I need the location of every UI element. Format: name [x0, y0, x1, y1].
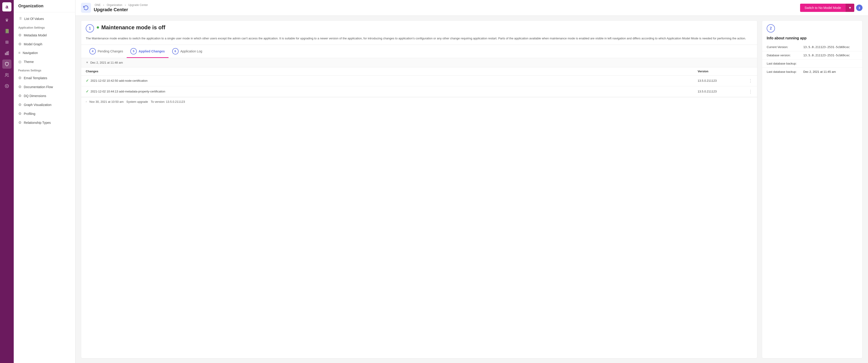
- svg-rect-2: [8, 52, 8, 55]
- changes-section: ▼ Dec 2, 2021 at 11:48 am Changes Versio…: [81, 58, 757, 106]
- sidebar-item-model-graph[interactable]: ⚙ Model Graph: [14, 39, 75, 49]
- section-label-app-settings: Application Settings: [14, 23, 75, 31]
- sidebar-item-label: Model Graph: [24, 43, 42, 46]
- maintenance-panel-header: 1 Maintenance mode is off: [81, 21, 757, 36]
- sidebar-item-label: DQ Dimensions: [24, 94, 46, 98]
- info-label: Database version:: [767, 54, 803, 57]
- col-header-version: Version: [698, 69, 743, 73]
- version-cell-2: 13.5.0.211123: [698, 90, 743, 93]
- app-logo[interactable]: a: [2, 2, 11, 11]
- icon-bar: a ♛ 📗 ⊞: [0, 0, 14, 363]
- maintenance-title-text: Maintenance mode is off: [101, 24, 165, 31]
- chart-icon[interactable]: [2, 49, 11, 58]
- grid-icon[interactable]: ⊞: [2, 37, 11, 47]
- sidebar-item-label: List Of Values: [24, 17, 44, 21]
- system-upgrade-row[interactable]: › Nov 30, 2021 at 10:50 am System upgrad…: [81, 97, 757, 106]
- check-icon: ✓: [86, 79, 89, 83]
- plus-circle-icon[interactable]: [2, 82, 11, 91]
- page-title: Upgrade Center: [94, 7, 149, 12]
- tab-label: Application Log: [180, 50, 203, 53]
- system-date: Nov 30, 2021 at 10:50 am: [89, 100, 124, 104]
- maintenance-description: The Maintenance mode enables to switch t…: [81, 36, 757, 45]
- theme-icon: ◎: [18, 59, 22, 64]
- gear-icon: ⚙: [18, 120, 22, 125]
- sidebar-item-dq-dimensions[interactable]: ⚙ DQ Dimensions: [14, 91, 75, 100]
- gear-icon: ⚙: [18, 103, 22, 107]
- tab-5-badge: 5: [130, 48, 137, 54]
- sidebar-item-label: Relationship Types: [24, 121, 51, 124]
- sidebar-item-profiling[interactable]: ⚙ Profiling: [14, 109, 75, 118]
- info-value: 13.5.0.211123-2531-5cb69cec: [803, 54, 850, 57]
- info-panel-title: Info about running app: [762, 32, 862, 43]
- table-row: ✓ 2021-12-02 10:42:50 add-node-certifica…: [81, 76, 757, 86]
- book-icon[interactable]: 📗: [2, 27, 11, 36]
- system-label: System upgrade: [126, 100, 148, 104]
- gear-icon: ⚙: [18, 76, 22, 80]
- status-dot: [97, 26, 99, 29]
- info-value: Dec 2, 2021 at 11:45 am: [803, 70, 836, 74]
- sidebar-item-label: Documentation Flow: [24, 85, 53, 89]
- chevron-right-icon: ›: [86, 100, 87, 103]
- sidebar-item-metadata-model[interactable]: ⚙ Metadata Model: [14, 31, 75, 39]
- breadcrumb-one[interactable]: ONE: [95, 3, 101, 7]
- breadcrumb-sep2: ›: [125, 3, 126, 7]
- chevron-down-icon: ▼: [86, 61, 89, 64]
- main-area: ONE › Organization › Upgrade Center Upgr…: [75, 0, 868, 363]
- sidebar-item-navigation[interactable]: ≡ Navigation: [14, 49, 75, 57]
- tab-4-badge: 4: [89, 48, 96, 54]
- change-cell-2: ✓ 2021-12-02 10:44:13 add-metadata-prope…: [86, 89, 698, 93]
- org-title: Organization: [14, 4, 75, 12]
- date-group-label: Dec 2, 2021 at 11:48 am: [90, 61, 123, 64]
- section-label-features-settings: Features Settings: [14, 66, 75, 74]
- change-text: 2021-12-02 10:42:50 add-node-certificati…: [91, 79, 148, 82]
- breadcrumb-org[interactable]: Organization: [107, 3, 122, 7]
- svg-rect-0: [5, 53, 6, 55]
- switch-dropdown-button[interactable]: ▼: [845, 4, 854, 12]
- tab-application-log[interactable]: 6 Application Log: [168, 45, 206, 58]
- maintenance-panel: 1 Maintenance mode is off The Maintenanc…: [81, 20, 757, 358]
- tab-applied-changes[interactable]: 5 Applied Changes: [127, 45, 168, 58]
- sidebar-item-label: Navigation: [23, 51, 38, 55]
- sidebar-item-label: Email Templates: [24, 76, 47, 80]
- info-row-last-backup-2: Last database backup: Dec 2, 2021 at 11:…: [762, 67, 862, 76]
- row-menu-button-1[interactable]: ⋮: [743, 78, 752, 83]
- switch-to-no-model-button[interactable]: Switch to No Model Mode: [800, 4, 846, 12]
- sidebar-item-theme[interactable]: ◎ Theme: [14, 57, 75, 66]
- header-left: ONE › Organization › Upgrade Center Upgr…: [81, 3, 149, 13]
- sidebar-item-relationship-types[interactable]: ⚙ Relationship Types: [14, 118, 75, 127]
- col-header-changes: Changes: [86, 69, 698, 73]
- info-panel: 2 Info about running app Current Version…: [762, 20, 863, 358]
- info-row-current-version: Current Version: 13.5.0.211123-2531-5cb6…: [762, 43, 862, 51]
- breadcrumb-current: Upgrade Center: [128, 3, 148, 7]
- list-icon: ≡: [18, 51, 20, 55]
- table-header: Changes Version: [81, 67, 757, 76]
- header-actions: Switch to No Model Mode ▼ 3: [800, 4, 863, 12]
- tab-label: Applied Changes: [138, 50, 165, 53]
- badge-3: 3: [856, 5, 863, 11]
- info-row-db-version: Database version: 13.5.0.211123-2531-5cb…: [762, 51, 862, 59]
- sidebar-item-list-of-values[interactable]: List Of Values: [14, 14, 75, 23]
- sidebar-item-label: Profiling: [24, 112, 35, 116]
- sidebar-item-label: Graph Visualization: [24, 103, 52, 107]
- version-cell-1: 13.5.0.211123: [698, 79, 743, 82]
- change-cell-1: ✓ 2021-12-02 10:42:50 add-node-certifica…: [86, 79, 698, 83]
- crown-icon[interactable]: ♛: [2, 16, 11, 25]
- row-menu-button-2[interactable]: ⋮: [743, 89, 752, 94]
- header-icon: [81, 3, 91, 13]
- shield-icon[interactable]: [2, 59, 11, 69]
- info-label: Last database backup:: [767, 62, 803, 65]
- info-row-last-backup-1: Last database backup:: [762, 59, 862, 67]
- gear-icon: ⚙: [18, 85, 22, 89]
- tab-pending-changes[interactable]: 4 Pending Changes: [86, 45, 127, 58]
- people-icon[interactable]: [2, 71, 11, 80]
- info-label: Last database backup:: [767, 70, 803, 74]
- sidebar-item-label: Metadata Model: [24, 33, 46, 37]
- sidebar-item-graph-visualization[interactable]: ⚙ Graph Visualization: [14, 100, 75, 109]
- svg-point-3: [5, 74, 7, 75]
- gear-icon: ⚙: [18, 111, 22, 116]
- sidebar-item-email-templates[interactable]: ⚙ Email Templates: [14, 74, 75, 82]
- check-icon: ✓: [86, 89, 89, 93]
- sidebar-item-label: Theme: [24, 60, 34, 64]
- date-group-row[interactable]: ▼ Dec 2, 2021 at 11:48 am: [81, 58, 757, 67]
- sidebar-item-documentation-flow[interactable]: ⚙ Documentation Flow: [14, 82, 75, 91]
